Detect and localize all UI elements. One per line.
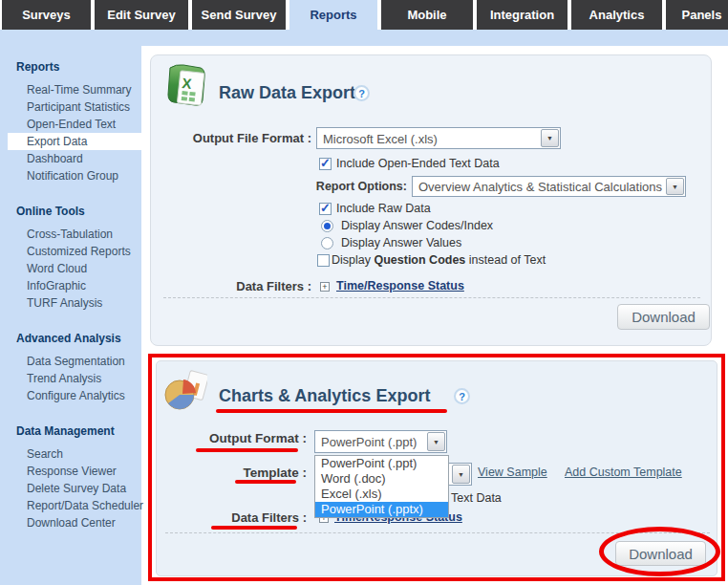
output-format-value: PowerPoint (.ppt) <box>321 435 417 449</box>
display-answer-codes-label: Display Answer Codes/Index <box>341 219 493 232</box>
help-icon[interactable]: ? <box>353 85 370 101</box>
pie-chart-icon <box>163 370 207 412</box>
sidebar-item-customized-reports[interactable]: Customized Reports <box>8 243 147 260</box>
data-filters-label: Data Filters : <box>151 279 311 293</box>
dropdown-option-powerpoint-ppt[interactable]: PowerPoint (.ppt) <box>315 456 448 471</box>
dropdown-option-excel-xls[interactable]: Excel (.xls) <box>315 487 448 502</box>
sidebar-item-response-viewer[interactable]: Response Viewer <box>8 463 147 480</box>
raw-data-export-panel: X Raw Data Export ? Output File Format :… <box>150 54 712 346</box>
nav-tab-integration[interactable]: Integration <box>477 0 567 30</box>
question-codes-checkbox[interactable] <box>317 254 330 267</box>
sidebar-item-search[interactable]: Search <box>8 445 147 463</box>
divider <box>163 297 700 298</box>
sidebar-item-configure-analytics[interactable]: Configure Analytics <box>8 387 147 404</box>
report-options-value: Overview Analytics & Statistical Calcula… <box>418 180 662 194</box>
report-options-label: Report Options: <box>270 180 407 193</box>
sidebar-item-data-segmentation[interactable]: Data Segmentation <box>8 353 147 370</box>
include-open-ended-label: Include Open-Ended Text Data <box>336 157 500 170</box>
nav-tab-reports[interactable]: Reports <box>289 0 377 30</box>
output-file-format-value: Microsoft Excel (.xls) <box>323 131 438 145</box>
display-answer-values-radio[interactable] <box>321 237 333 249</box>
download-button[interactable]: Download <box>617 304 710 330</box>
dropdown-option-powerpoint-pptx[interactable]: PowerPoint (.pptx) <box>315 502 448 517</box>
include-open-ended-checkbox[interactable] <box>319 158 332 170</box>
expand-plus-icon[interactable]: + <box>320 282 330 292</box>
charts-analytics-export-panel: Charts & Analytics Export ? Output Forma… <box>156 360 717 576</box>
chevron-down-icon[interactable]: ▼ <box>452 465 470 484</box>
section-title: Charts & Analytics Export <box>219 386 430 406</box>
output-format-select[interactable]: PowerPoint (.ppt) ▼ <box>314 430 447 453</box>
divider <box>165 532 710 533</box>
sidebar-item-cross-tabulation[interactable]: Cross-Tabulation <box>8 226 147 243</box>
data-filters-label: Data Filters : <box>163 510 307 525</box>
help-icon[interactable]: ? <box>454 388 470 404</box>
top-nav: SurveysEdit SurveySend SurveyReportsMobi… <box>0 0 728 30</box>
sidebar-item-download-center[interactable]: Download Center <box>8 514 147 531</box>
sidebar-item-dashboard[interactable]: Dashboard <box>8 150 147 167</box>
add-custom-template-link[interactable]: Add Custom Template <box>565 466 682 479</box>
nav-tab-surveys[interactable]: Surveys <box>2 0 91 30</box>
nav-tab-edit-survey[interactable]: Edit Survey <box>95 0 188 30</box>
question-codes-label: Display Question Codes instead of Text <box>332 253 546 267</box>
sidebar-item-open-ended-text[interactable]: Open-Ended Text <box>8 116 147 133</box>
nav-tab-mobile[interactable]: Mobile <box>381 0 473 30</box>
sidebar-section-data-management: Data Management <box>16 423 141 439</box>
partial-text-data-label: Text Data <box>451 491 502 505</box>
output-format-label: Output Format : <box>163 431 307 445</box>
sidebar-item-participant-statistics[interactable]: Participant Statistics <box>8 98 147 116</box>
svg-text:X: X <box>182 75 193 92</box>
sidebar-nav: ReportsReal-Time SummaryParticipant Stat… <box>0 59 141 531</box>
sidebar-section-online-tools: Online Tools <box>16 204 141 219</box>
report-options-select[interactable]: Overview Analytics & Statistical Calcula… <box>412 176 686 197</box>
chevron-down-icon[interactable]: ▼ <box>541 129 559 147</box>
sidebar-item-real-time-summary[interactable]: Real-Time Summary <box>8 81 147 98</box>
excel-icon: X <box>162 62 210 110</box>
sidebar: ReportsReal-Time SummaryParticipant Stat… <box>0 30 141 585</box>
display-answer-codes-radio[interactable] <box>321 220 333 232</box>
sidebar-section-advanced-analysis: Advanced Analysis <box>16 331 141 346</box>
chevron-down-icon[interactable]: ▼ <box>427 432 445 451</box>
time-response-status-link[interactable]: Time/Response Status <box>336 279 464 292</box>
template-label: Template : <box>163 466 307 480</box>
chevron-down-icon[interactable]: ▼ <box>666 178 684 195</box>
sidebar-item-trend-analysis[interactable]: Trend Analysis <box>8 370 147 387</box>
dropdown-option-word-doc[interactable]: Word (.doc) <box>315 471 448 487</box>
sidebar-item-word-cloud[interactable]: Word Cloud <box>8 260 147 277</box>
output-file-format-label: Output File Format : <box>151 131 311 145</box>
sidebar-item-turf-analysis[interactable]: TURF Analysis <box>8 294 147 312</box>
output-file-format-select[interactable]: Microsoft Excel (.xls) ▼ <box>316 127 561 149</box>
include-raw-data-label: Include Raw Data <box>336 202 431 215</box>
sidebar-section-reports: Reports <box>16 59 141 75</box>
include-raw-data-checkbox[interactable] <box>319 203 332 215</box>
sidebar-item-delete-survey-data[interactable]: Delete Survey Data <box>8 480 147 497</box>
display-answer-values-label: Display Answer Values <box>341 236 461 249</box>
nav-tab-analytics[interactable]: Analytics <box>571 0 662 30</box>
nav-tab-send-survey[interactable]: Send Survey <box>192 0 286 30</box>
sidebar-item-infographic[interactable]: InfoGraphic <box>8 277 147 294</box>
sidebar-item-notification-group[interactable]: Notification Group <box>8 167 147 184</box>
nav-tab-panels[interactable]: Panels <box>666 0 728 30</box>
sidebar-item-export-data[interactable]: Export Data <box>8 133 147 150</box>
view-sample-link[interactable]: View Sample <box>478 466 547 479</box>
download-button[interactable]: Download <box>615 541 706 566</box>
output-format-dropdown-list: PowerPoint (.ppt)Word (.doc)Excel (.xls)… <box>314 455 449 518</box>
export-data-page: SurveysEdit SurveySend SurveyReportsMobi… <box>0 0 728 585</box>
section-title: Raw Data Export <box>219 83 355 103</box>
sidebar-item-report-data-scheduler[interactable]: Report/Data Scheduler <box>8 497 147 514</box>
